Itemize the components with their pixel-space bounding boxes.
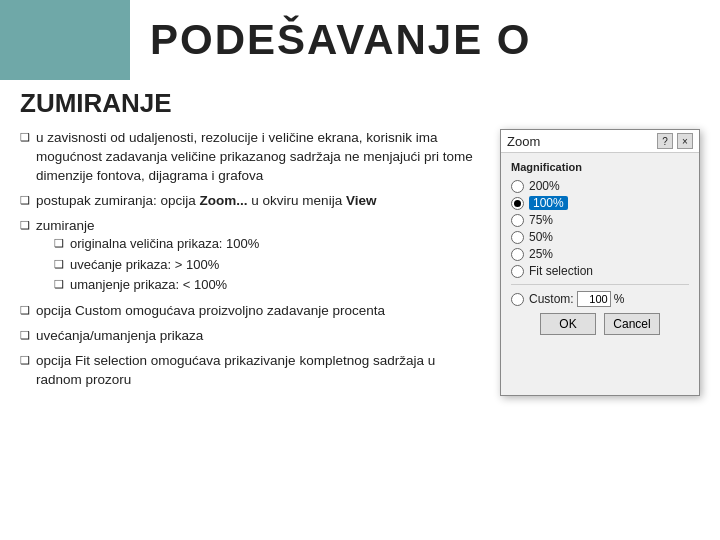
sub-bullet-icon: ❑: [54, 277, 64, 292]
dialog-controls: ? ×: [657, 133, 693, 149]
radio-circle-75: [511, 214, 524, 227]
radio-circle-custom[interactable]: [511, 293, 524, 306]
dialog-body: Magnification 200% 100% 75% 50%: [501, 153, 699, 343]
dialog-titlebar: Zoom ? ×: [501, 130, 699, 153]
list-item: ❑ postupak zumiranja: opcija Zoom... u o…: [20, 192, 484, 211]
header-accent: [0, 0, 130, 80]
dialog-title: Zoom: [507, 134, 540, 149]
sub-bullet-text: originalna veličina prikaza: 100%: [70, 235, 259, 253]
header: PODEŠAVANJE O: [0, 0, 720, 80]
sub-bullet-icon: ❑: [54, 257, 64, 272]
bullet-icon: ❑: [20, 218, 30, 233]
radio-circle-50: [511, 231, 524, 244]
cancel-button[interactable]: Cancel: [604, 313, 660, 335]
bullet-text: zumiranje ❑ originalna veličina prikaza:…: [36, 217, 484, 296]
page-title: PODEŠAVANJE O: [150, 16, 532, 64]
bullet-icon: ❑: [20, 193, 30, 208]
radio-75[interactable]: 75%: [511, 213, 689, 227]
bullet-icon: ❑: [20, 328, 30, 343]
ok-button[interactable]: OK: [540, 313, 596, 335]
custom-input[interactable]: [577, 291, 611, 307]
sub-list-item: ❑ uvećanje prikaza: > 100%: [54, 256, 484, 274]
sub-bullet-text: uvećanje prikaza: > 100%: [70, 256, 219, 274]
custom-unit: %: [614, 292, 625, 306]
list-item: ❑ zumiranje ❑ originalna veličina prikaz…: [20, 217, 484, 296]
dialog-close-button[interactable]: ×: [677, 133, 693, 149]
radio-label-100: 100%: [529, 196, 568, 210]
bullet-icon: ❑: [20, 353, 30, 368]
zoom-dialog: Zoom ? × Magnification 200% 100% 75%: [500, 129, 700, 396]
dialog-help-button[interactable]: ?: [657, 133, 673, 149]
radio-25[interactable]: 25%: [511, 247, 689, 261]
header-title-area: PODEŠAVANJE O: [130, 0, 720, 80]
sub-bullet-text: umanjenje prikaza: < 100%: [70, 276, 227, 294]
radio-label-fit: Fit selection: [529, 264, 593, 278]
radio-label-75: 75%: [529, 213, 553, 227]
text-column: ❑ u zavisnosti od udaljenosti, rezolucij…: [20, 129, 484, 396]
bullet-text: postupak zumiranja: opcija Zoom... u okv…: [36, 192, 484, 211]
radio-label-50: 50%: [529, 230, 553, 244]
bullet-text: uvećanja/umanjenja prikaza: [36, 327, 484, 346]
custom-label: Custom:: [529, 292, 574, 306]
content-area: ❑ u zavisnosti od udaljenosti, rezolucij…: [0, 123, 720, 402]
radio-label-25: 25%: [529, 247, 553, 261]
radio-200[interactable]: 200%: [511, 179, 689, 193]
section-title: ZUMIRANJE: [0, 80, 720, 123]
list-item: ❑ u zavisnosti od udaljenosti, rezolucij…: [20, 129, 484, 186]
sub-list-item: ❑ umanjenje prikaza: < 100%: [54, 276, 484, 294]
bullet-icon: ❑: [20, 303, 30, 318]
bullet-text: opcija Fit selection omogućava prikaziva…: [36, 352, 484, 390]
radio-circle-fit: [511, 265, 524, 278]
radio-fit-selection[interactable]: Fit selection: [511, 264, 689, 278]
radio-label-200: 200%: [529, 179, 560, 193]
radio-circle-25: [511, 248, 524, 261]
custom-row: Custom: %: [511, 291, 689, 307]
dialog-buttons: OK Cancel: [511, 313, 689, 335]
list-item: ❑ opcija Fit selection omogućava prikazi…: [20, 352, 484, 390]
sub-list-item: ❑ originalna veličina prikaza: 100%: [54, 235, 484, 253]
bullet-icon: ❑: [20, 130, 30, 145]
radio-50[interactable]: 50%: [511, 230, 689, 244]
sub-bullet-icon: ❑: [54, 236, 64, 251]
radio-100[interactable]: 100%: [511, 196, 689, 210]
bullet-text: u zavisnosti od udaljenosti, rezolucije …: [36, 129, 484, 186]
magnification-label: Magnification: [511, 161, 689, 173]
radio-circle-200: [511, 180, 524, 193]
list-item: ❑ uvećanja/umanjenja prikaza: [20, 327, 484, 346]
list-item: ❑ opcija Custom omogućava proizvoljno za…: [20, 302, 484, 321]
radio-circle-100: [511, 197, 524, 210]
dialog-divider: [511, 284, 689, 285]
bullet-text: opcija Custom omogućava proizvoljno zada…: [36, 302, 484, 321]
